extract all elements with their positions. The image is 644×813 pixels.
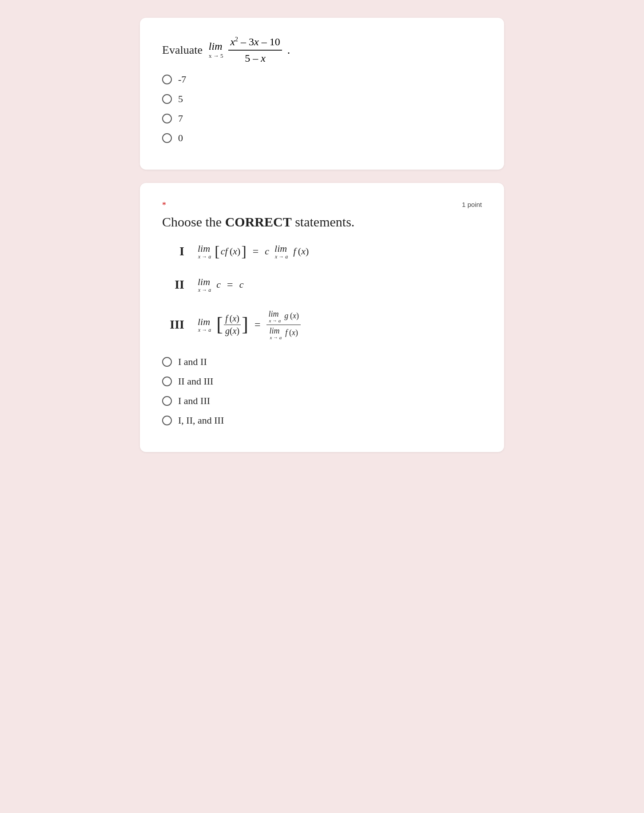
option-1b-label: 5 bbox=[178, 93, 183, 105]
statement-row-II: II lim x → a c = c bbox=[162, 276, 482, 293]
radio-2d[interactable] bbox=[162, 416, 172, 425]
option-1a[interactable]: -7 bbox=[162, 74, 482, 85]
period: . bbox=[287, 44, 290, 57]
option-1c[interactable]: 7 bbox=[162, 113, 482, 124]
lim-I-right: lim x → a bbox=[274, 243, 288, 260]
answer-options-2: I and II II and III I and III I, II, and… bbox=[162, 356, 482, 426]
question-2-title: Choose the CORRECT statements. bbox=[162, 214, 482, 230]
statement-I-math: lim x → a [ cf (x) ] = c lim x → a f (x) bbox=[198, 243, 482, 260]
option-2c[interactable]: I and III bbox=[162, 395, 482, 407]
statement-II-math: lim x → a c = c bbox=[198, 276, 482, 293]
card2-header: * 1 point bbox=[162, 201, 482, 210]
option-2d[interactable]: I, II, and III bbox=[162, 415, 482, 426]
lim-subscript: x → 5 bbox=[209, 52, 223, 59]
lim-g-top: lim x → a bbox=[268, 309, 281, 323]
roman-I: I bbox=[162, 244, 184, 258]
option-2a-label: I and II bbox=[178, 356, 207, 368]
lim-word: lim bbox=[209, 40, 223, 52]
radio-1c[interactable] bbox=[162, 114, 172, 123]
radio-1b[interactable] bbox=[162, 94, 172, 104]
radio-1d[interactable] bbox=[162, 133, 172, 143]
option-1c-label: 7 bbox=[178, 113, 183, 124]
question-1-math: Evaluate lim x → 5 x2 – 3x – 10 5 – x . bbox=[162, 36, 482, 65]
title-bold: CORRECT bbox=[225, 214, 292, 229]
lim-III-left: lim x → a bbox=[198, 316, 211, 333]
lim-II: lim x → a bbox=[198, 276, 211, 293]
option-2c-label: I and III bbox=[178, 395, 210, 407]
card-2: * 1 point Choose the CORRECT statements.… bbox=[140, 183, 504, 452]
option-2a[interactable]: I and II bbox=[162, 356, 482, 368]
title-end: statements. bbox=[292, 214, 355, 229]
points-label: 1 point bbox=[462, 201, 482, 208]
radio-2b[interactable] bbox=[162, 377, 172, 386]
evaluate-label: Evaluate bbox=[162, 44, 203, 57]
answer-options-1: -7 5 7 0 bbox=[162, 74, 482, 144]
radio-2a[interactable] bbox=[162, 357, 172, 367]
roman-III: III bbox=[162, 317, 184, 332]
bracket-cf: [ cf (x) ] bbox=[215, 244, 246, 259]
radio-1a[interactable] bbox=[162, 75, 172, 84]
option-1b[interactable]: 5 bbox=[162, 93, 482, 105]
option-1d[interactable]: 0 bbox=[162, 132, 482, 144]
statement-row-III: III lim x → a [ f (x) g(x) ] = bbox=[162, 309, 482, 340]
rhs-fraction: lim x → a g (x) lim x → a f (x) bbox=[266, 309, 301, 340]
radio-2c[interactable] bbox=[162, 396, 172, 406]
limit-fraction: x2 – 3x – 10 5 – x bbox=[228, 36, 282, 65]
card-1: Evaluate lim x → 5 x2 – 3x – 10 5 – x . … bbox=[140, 18, 504, 170]
lim-expression: lim x → 5 bbox=[208, 40, 223, 59]
required-star: * bbox=[162, 201, 166, 210]
statement-row-I: I lim x → a [ cf (x) ] = c lim x → a f (… bbox=[162, 243, 482, 260]
option-1d-label: 0 bbox=[178, 132, 183, 144]
title-plain: Choose the bbox=[162, 214, 225, 229]
lim-f-bot: lim x → a bbox=[269, 326, 282, 340]
denominator: 5 – x bbox=[243, 51, 267, 65]
fraction-fg: f (x) g(x) bbox=[224, 313, 241, 336]
statement-III-math: lim x → a [ f (x) g(x) ] = lim bbox=[198, 309, 482, 340]
option-2d-label: I, II, and III bbox=[178, 415, 224, 426]
lim-I: lim x → a bbox=[198, 243, 211, 260]
option-2b-label: II and III bbox=[178, 376, 213, 387]
numerator: x2 – 3x – 10 bbox=[228, 36, 282, 51]
bracket-frac: [ f (x) g(x) ] bbox=[216, 313, 248, 336]
option-2b[interactable]: II and III bbox=[162, 376, 482, 387]
roman-II: II bbox=[162, 278, 184, 292]
option-1a-label: -7 bbox=[178, 74, 186, 85]
statements-table: I lim x → a [ cf (x) ] = c lim x → a f (… bbox=[162, 243, 482, 340]
